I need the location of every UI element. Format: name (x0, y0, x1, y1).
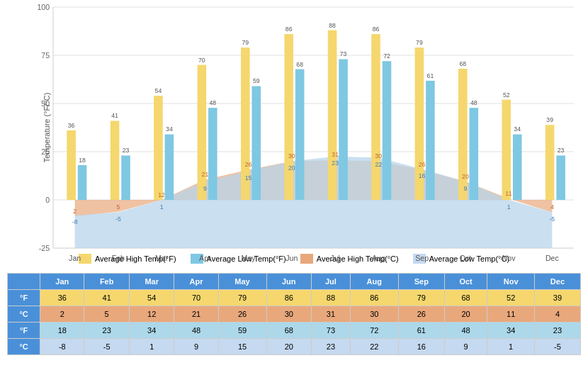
table-row-0: °F364154707986888679685239 (8, 290, 581, 306)
table-row-label-0: °F (8, 290, 40, 306)
table-header-aug: Aug (350, 274, 398, 290)
table-cell-2-8: 61 (398, 323, 444, 339)
table-cell-3-7: 22 (350, 339, 398, 355)
table-cell-1-9: 20 (444, 306, 487, 323)
svg-text:11: 11 (505, 190, 512, 197)
chart-svg: 100 75 50 25 0 -25 (53, 7, 574, 248)
svg-text:20: 20 (462, 173, 469, 180)
svg-text:79: 79 (416, 39, 423, 46)
svg-text:-5: -5 (549, 216, 555, 223)
bar (111, 121, 120, 201)
svg-text:26: 26 (245, 161, 252, 168)
svg-text:23: 23 (123, 147, 130, 154)
table-header-nov: Nov (487, 274, 534, 290)
table-cell-1-4: 26 (218, 306, 266, 323)
svg-text:39: 39 (546, 116, 553, 123)
svg-text:9: 9 (203, 185, 207, 192)
bar (251, 86, 261, 201)
svg-text:30: 30 (288, 152, 295, 159)
table-cell-2-3: 48 (174, 323, 218, 339)
bar (426, 81, 435, 200)
table-cell-1-8: 26 (398, 306, 444, 323)
table-header-oct: Oct (444, 274, 487, 290)
table-cell-3-9: 9 (444, 339, 487, 355)
svg-text:Feb: Feb (112, 254, 125, 262)
svg-text:20: 20 (288, 164, 295, 172)
bar (383, 61, 392, 200)
svg-text:41: 41 (111, 112, 118, 119)
table-cell-3-1: -5 (84, 339, 130, 355)
svg-text:52: 52 (503, 91, 510, 98)
table-cell-3-11: -5 (534, 339, 580, 355)
svg-text:48: 48 (209, 99, 216, 106)
svg-text:Aug: Aug (372, 254, 385, 262)
svg-text:1: 1 (507, 203, 511, 211)
svg-text:61: 61 (427, 72, 434, 79)
svg-text:68: 68 (296, 60, 303, 67)
table-cell-1-2: 12 (129, 306, 174, 323)
table-cell-0-2: 54 (129, 290, 174, 306)
table-cell-0-3: 70 (174, 290, 218, 306)
table-cell-0-8: 79 (398, 290, 444, 306)
table-cell-1-1: 5 (84, 306, 130, 323)
table-corner (8, 274, 40, 290)
table-cell-0-9: 68 (444, 290, 487, 306)
table-row-2: °F182334485968737261483423 (8, 323, 581, 339)
table-row-label-3: °C (8, 339, 40, 355)
svg-text:18: 18 (79, 157, 86, 164)
table-cell-0-6: 88 (312, 290, 351, 306)
svg-text:100: 100 (37, 3, 50, 11)
bar (295, 69, 305, 200)
bar (502, 100, 511, 200)
table-cell-0-11: 39 (534, 290, 580, 306)
table-cell-2-2: 34 (129, 323, 174, 339)
table-cell-3-10: 1 (487, 339, 534, 355)
table-header-dec: Dec (534, 274, 580, 290)
svg-text:21: 21 (202, 171, 209, 178)
bar (284, 34, 293, 200)
svg-text:Oct: Oct (460, 254, 472, 262)
svg-text:12: 12 (158, 191, 165, 198)
table-row-label-1: °C (8, 306, 40, 323)
table-cell-3-2: 1 (129, 339, 174, 355)
svg-text:-25: -25 (39, 244, 50, 252)
svg-text:75: 75 (41, 51, 50, 60)
bar (458, 69, 468, 200)
bar (208, 108, 217, 200)
table-header-feb: Feb (84, 274, 130, 290)
bar (78, 165, 87, 200)
table-cell-1-3: 21 (174, 306, 218, 323)
table-cell-2-9: 48 (444, 323, 487, 339)
table-header-jul: Jul (312, 274, 351, 290)
table-cell-1-7: 30 (350, 306, 398, 323)
bar (470, 108, 479, 200)
svg-text:79: 79 (242, 39, 249, 46)
table-cell-3-0: -8 (40, 339, 84, 355)
legend-color-high-c (300, 254, 313, 264)
table-header-may: May (218, 274, 266, 290)
table-cell-2-7: 72 (350, 323, 398, 339)
svg-text:Nov: Nov (502, 254, 516, 262)
table-row-1: °C251221263031302620114 (8, 306, 581, 323)
table-cell-0-0: 36 (40, 290, 84, 306)
svg-text:59: 59 (253, 77, 260, 84)
bar (198, 65, 207, 200)
svg-text:68: 68 (459, 60, 466, 67)
table-cell-0-5: 86 (266, 290, 312, 306)
table-cell-3-4: 15 (218, 339, 266, 355)
svg-text:70: 70 (198, 56, 205, 63)
svg-text:73: 73 (340, 50, 347, 57)
svg-text:22: 22 (375, 161, 383, 168)
bar (328, 30, 337, 200)
svg-text:Apr: Apr (199, 254, 211, 262)
bar (165, 135, 174, 201)
table-header-mar: Mar (129, 274, 174, 290)
svg-text:23: 23 (558, 147, 565, 154)
table-cell-3-8: 16 (398, 339, 444, 355)
table-cell-2-6: 73 (312, 323, 351, 339)
svg-text:25: 25 (41, 147, 50, 156)
table-cell-3-5: 20 (266, 339, 312, 355)
bar (556, 155, 565, 200)
bar (371, 34, 380, 200)
bar (545, 125, 555, 200)
